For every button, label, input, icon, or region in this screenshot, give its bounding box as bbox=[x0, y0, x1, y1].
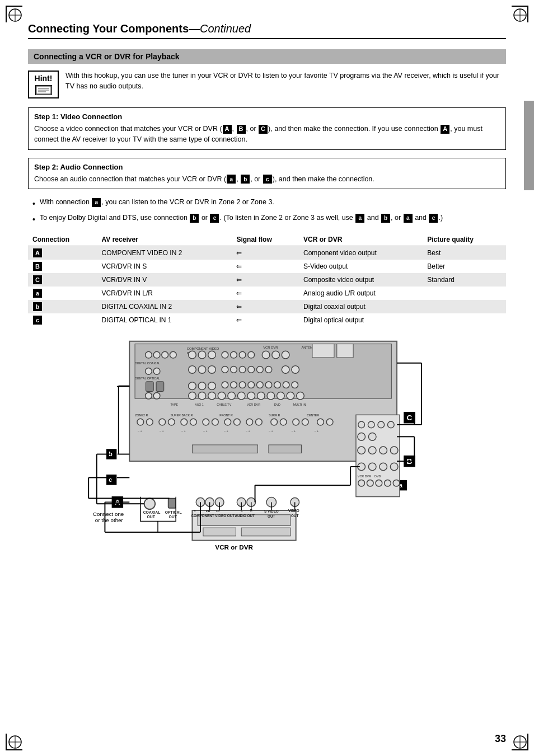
svg-text:CENTER: CENTER bbox=[307, 414, 319, 417]
svg-text:VCR DVR: VCR DVR bbox=[263, 346, 278, 350]
svg-point-26 bbox=[208, 351, 216, 359]
td-conn: B bbox=[28, 260, 97, 273]
step1-text: Choose a video connection that matches y… bbox=[34, 124, 500, 145]
svg-text:AUX 1: AUX 1 bbox=[195, 403, 204, 406]
svg-rect-125 bbox=[397, 481, 407, 491]
diagram-svg: COMPONENT VIDEO IN 2 VCR DVR bbox=[28, 336, 506, 554]
svg-text:IN 2: IN 2 bbox=[187, 351, 193, 355]
svg-point-172 bbox=[237, 498, 246, 507]
svg-point-61 bbox=[248, 382, 255, 388]
page-number: 33 bbox=[495, 733, 506, 745]
svg-point-98 bbox=[203, 419, 209, 425]
svg-point-135 bbox=[368, 421, 374, 428]
svg-text:or the other: or the other bbox=[95, 518, 124, 524]
svg-point-40 bbox=[153, 368, 160, 375]
svg-point-105 bbox=[280, 419, 287, 425]
svg-point-143 bbox=[390, 447, 398, 454]
svg-point-46 bbox=[239, 367, 246, 373]
svg-point-138 bbox=[358, 433, 366, 441]
svg-point-57 bbox=[208, 382, 216, 390]
svg-point-152 bbox=[376, 480, 382, 487]
svg-point-106 bbox=[293, 419, 299, 425]
svg-point-22 bbox=[162, 352, 168, 359]
svg-point-33 bbox=[272, 351, 280, 359]
step2-box: Step 2: Audio Connection Choose an audio… bbox=[28, 158, 506, 190]
svg-text:DVD: DVD bbox=[374, 475, 381, 478]
svg-point-39 bbox=[146, 368, 152, 375]
svg-point-76 bbox=[257, 392, 265, 400]
svg-text:– +: – + bbox=[138, 429, 142, 433]
step1-conn-B: B bbox=[237, 125, 246, 134]
td-vcr: Digital optical output bbox=[299, 313, 423, 327]
step2-text: Choose an audio connection that matches … bbox=[34, 174, 500, 185]
connection-table: Connection AV receiver Signal flow VCR o… bbox=[28, 233, 506, 327]
svg-point-145 bbox=[368, 463, 376, 471]
bullet-text-2: To enjoy Dolby Digital and DTS, use conn… bbox=[40, 213, 443, 223]
section-header: Connecting a VCR or DVR for Playback bbox=[28, 49, 506, 64]
svg-point-69 bbox=[189, 392, 196, 400]
svg-point-103 bbox=[256, 419, 263, 425]
td-quality: Better bbox=[423, 260, 506, 273]
svg-text:– +: – + bbox=[315, 429, 319, 433]
corner-mark-tl bbox=[6, 6, 22, 22]
hint-icon bbox=[35, 85, 52, 95]
svg-text:c: c bbox=[109, 477, 112, 483]
svg-rect-157 bbox=[203, 528, 236, 536]
svg-text:SUPER BACK R: SUPER BACK R bbox=[170, 414, 193, 417]
td-flow: ⇐ bbox=[232, 273, 299, 287]
td-vcr: Digital coaxial output bbox=[299, 300, 423, 313]
svg-point-108 bbox=[317, 419, 324, 425]
td-vcr: S-Video output bbox=[299, 260, 423, 273]
step2-conn-b: b bbox=[241, 175, 250, 184]
table-row: C VCR/DVR IN V ⇐ Composite video output … bbox=[28, 273, 506, 287]
svg-point-97 bbox=[190, 419, 197, 425]
svg-point-153 bbox=[385, 480, 391, 487]
corner-mark-br bbox=[512, 734, 528, 750]
svg-text:OUT: OUT bbox=[147, 515, 156, 519]
svg-point-93 bbox=[147, 419, 153, 425]
svg-text:DIGITAL OPTICAL: DIGITAL OPTICAL bbox=[135, 377, 160, 380]
td-vcr: Analog audio L/R output bbox=[299, 287, 423, 300]
svg-rect-16 bbox=[129, 341, 397, 462]
step1-conn-A: A bbox=[223, 125, 232, 134]
svg-text:VCR DVR: VCR DVR bbox=[358, 475, 371, 478]
td-conn: A bbox=[28, 246, 97, 260]
svg-text:Connect one: Connect one bbox=[93, 511, 124, 517]
svg-text:DIGITAL COAXIAL: DIGITAL COAXIAL bbox=[135, 361, 160, 365]
svg-rect-37 bbox=[337, 344, 353, 358]
svg-point-50 bbox=[282, 366, 289, 374]
td-vcr: Composite video output bbox=[299, 273, 423, 287]
svg-point-58 bbox=[222, 382, 228, 388]
svg-point-59 bbox=[231, 382, 237, 388]
svg-point-109 bbox=[326, 419, 333, 425]
step1-title: Step 1: Video Connection bbox=[34, 112, 500, 121]
svg-text:– +: – + bbox=[160, 429, 164, 433]
hint-text: With this hookup, you can use the tuner … bbox=[65, 71, 506, 92]
svg-point-104 bbox=[271, 419, 278, 425]
svg-text:– +: – + bbox=[246, 429, 250, 433]
td-av: VCR/DVR IN V bbox=[97, 273, 232, 287]
td-vcr: Component video output bbox=[299, 246, 423, 260]
svg-point-44 bbox=[222, 367, 228, 373]
table-row: A COMPONENT VIDEO IN 2 ⇐ Component video… bbox=[28, 246, 506, 260]
svg-point-70 bbox=[198, 392, 206, 400]
svg-point-56 bbox=[198, 382, 206, 390]
svg-point-64 bbox=[274, 382, 281, 388]
main-title: Connecting Your Components—Continued bbox=[28, 22, 506, 39]
svg-text:S VIDEO: S VIDEO bbox=[264, 509, 279, 513]
svg-point-45 bbox=[231, 367, 237, 373]
svg-point-100 bbox=[224, 419, 231, 425]
td-av: DIGITAL COAXIAL IN 2 bbox=[97, 300, 232, 313]
svg-rect-133 bbox=[356, 415, 400, 497]
svg-point-29 bbox=[239, 352, 246, 359]
svg-text:OUT: OUT bbox=[169, 515, 177, 519]
bullet-section: • With connection a, you can listen to t… bbox=[28, 197, 506, 226]
bullet-item-2: • To enjoy Dolby Digital and DTS, use co… bbox=[32, 213, 506, 226]
bullet-dot-1: • bbox=[32, 198, 35, 210]
svg-point-47 bbox=[248, 367, 255, 373]
svg-text:COMPONENT VIDEO: COMPONENT VIDEO bbox=[187, 348, 219, 351]
svg-text:Y: Y bbox=[194, 509, 196, 513]
td-flow: ⇐ bbox=[232, 260, 299, 273]
svg-point-147 bbox=[390, 463, 398, 471]
td-flow: ⇐ bbox=[232, 300, 299, 313]
